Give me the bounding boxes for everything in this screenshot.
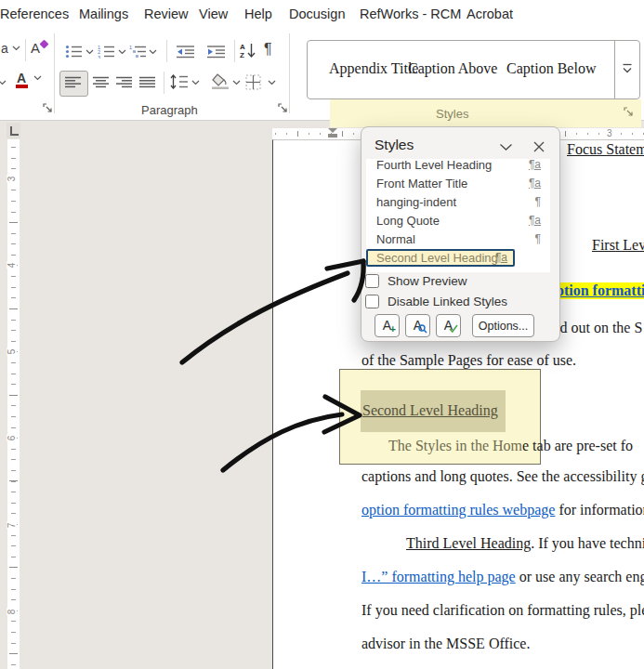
increase-indent-icon[interactable] (207, 45, 226, 59)
doc-line-third-level: Third Level Heading. If you have technic… (406, 535, 644, 552)
doc-highlighted-link-fragment[interactable]: ption formatting (556, 282, 644, 299)
style-appendix-title[interactable]: Appendix Title (329, 60, 418, 77)
doc-line-styles-home-tab: The Styles in the Home tab are pre-set f… (388, 438, 633, 454)
tab-docusign[interactable]: Docusign (289, 7, 345, 21)
word-window: References Mailings Review View Help Doc… (0, 0, 644, 669)
shading-icon[interactable] (211, 73, 230, 89)
style-item-hanging-indent[interactable]: hanging-indent¶ (366, 193, 550, 212)
bullet-list-icon[interactable] (65, 45, 83, 59)
chevron-down-icon[interactable] (118, 49, 126, 55)
change-case-icon: a (1, 41, 8, 56)
decrease-indent-icon[interactable] (177, 45, 195, 59)
sort-button[interactable]: AZ (240, 43, 256, 59)
styles-pane-close-button[interactable] (529, 138, 549, 155)
svg-text:1: 1 (129, 45, 132, 50)
chevron-down-icon[interactable] (268, 80, 276, 85)
chevron-down-icon[interactable] (149, 49, 157, 55)
styles-gallery: Appendix Title Caption Above Caption Bel… (307, 40, 640, 99)
indent-marker[interactable] (328, 128, 337, 133)
chevron-down-icon (33, 75, 42, 81)
hyperlink-formatting-help[interactable]: I…” formatting help page (361, 569, 516, 584)
styles-group-highlight: Styles (330, 99, 641, 127)
vruler-label: 3 (7, 176, 17, 183)
paragraph-group-label: Paragraph (141, 103, 198, 117)
doc-heading-first-level: First Level Heading (592, 237, 644, 254)
pilcrow-icon: ¶ (264, 41, 272, 58)
clear-formatting-icon: A (31, 40, 40, 56)
tab-review[interactable]: Review (144, 7, 189, 21)
style-item-second-level-heading-selected[interactable]: Second Level Heading¶a (366, 249, 550, 268)
style-item-long-quote[interactable]: Long Quote¶a (366, 212, 550, 230)
chevron-down-icon[interactable] (232, 80, 241, 85)
multilevel-list-icon[interactable]: 1 (129, 45, 147, 59)
styles-pane-title: Styles (375, 137, 414, 153)
numbered-list-icon[interactable]: 1 2 3 (98, 45, 115, 59)
style-item-fourth-level-heading[interactable]: Fourth Level Heading¶a (366, 159, 550, 175)
checkmark-icon (449, 324, 458, 333)
vruler-label: 4 (7, 262, 17, 269)
tab-references[interactable]: References (0, 7, 69, 21)
vertical-ruler[interactable]: 3 4 5 6 7 8 (7, 139, 20, 669)
show-preview-checkbox[interactable]: Show Preview (365, 274, 467, 288)
align-left-icon (65, 76, 82, 88)
hyperlink-option-formatting[interactable]: option formatting rules webpage (361, 502, 555, 518)
align-right-icon[interactable] (116, 76, 133, 88)
vruler-label: 7 (7, 522, 17, 530)
tab-acrobat[interactable]: Acrobat (467, 7, 513, 21)
style-inspector-button[interactable]: A (405, 314, 430, 337)
chevron-down-icon[interactable] (85, 49, 94, 55)
chevron-down-icon[interactable] (0, 80, 7, 85)
close-icon (533, 141, 545, 152)
doc-line-advisor: advisor in the MSSE Office. (361, 636, 530, 652)
align-center-icon[interactable] (93, 76, 110, 88)
font-color-button[interactable]: A (17, 71, 42, 85)
manage-styles-button[interactable]: A (436, 314, 461, 337)
chevron-down-icon (12, 46, 20, 51)
vruler-label: 6 (7, 435, 17, 442)
font-dialog-launcher-icon[interactable] (43, 103, 53, 113)
doc-heading-focus: Focus Statement (567, 141, 644, 158)
new-style-button[interactable]: A + (375, 314, 400, 337)
options-button[interactable]: Options... (472, 314, 534, 337)
magnifier-icon (418, 324, 427, 334)
font-color-icon: A (17, 71, 26, 85)
style-item-front-matter-title[interactable]: Front Matter Title¶a (366, 175, 550, 193)
styles-dialog-launcher-icon[interactable] (624, 107, 634, 117)
doc-line-help-link: I…” formatting help page or use any sear… (361, 569, 644, 585)
doc-line-sample-pages: of the Sample Pages for ease of use. (361, 352, 576, 369)
line-spacing-icon[interactable] (170, 74, 189, 89)
paragraph-dialog-launcher-icon[interactable] (278, 103, 288, 113)
ribbon-tab-bar: References Mailings Review View Help Doc… (0, 0, 644, 28)
sort-icon: AZ (240, 43, 245, 59)
tab-help[interactable]: Help (244, 7, 272, 21)
styles-pane: Styles Fourth Level Heading¶a Front Matt… (361, 126, 560, 342)
borders-icon[interactable] (245, 74, 261, 90)
style-item-normal[interactable]: Normal¶ (366, 230, 550, 249)
styles-pane-menu-button[interactable] (495, 138, 516, 155)
styles-group-label: Styles (436, 107, 468, 121)
tab-view[interactable]: View (199, 7, 228, 21)
show-hide-pilcrow-button[interactable]: ¶ (264, 41, 272, 58)
disable-linked-styles-checkbox[interactable]: Disable Linked Styles (365, 295, 507, 308)
doc-line-captions: captions and long quotes. See the access… (361, 468, 644, 485)
vruler-label: 8 (7, 609, 17, 616)
doc-text-fragment: id out on the S (556, 320, 642, 336)
checkbox-icon (365, 295, 379, 308)
style-caption-above[interactable]: Caption Above (408, 60, 497, 77)
chevron-down-icon[interactable] (191, 80, 200, 85)
clear-formatting-button[interactable]: A (31, 40, 40, 56)
tab-mailings[interactable]: Mailings (79, 7, 128, 21)
svg-text:3: 3 (98, 55, 100, 59)
hruler-label: 3 (605, 128, 614, 138)
gallery-more-icon[interactable] (621, 63, 634, 75)
tab-stop-icon (10, 126, 19, 136)
styles-list: Fourth Level Heading¶a Front Matter Titl… (366, 159, 550, 272)
tab-refworks[interactable]: RefWorks - RCM (360, 7, 461, 21)
style-caption-below[interactable]: Caption Below (506, 60, 596, 77)
justify-icon[interactable] (139, 76, 156, 88)
doc-second-level-heading: Second Level Heading (362, 402, 498, 419)
change-case-button[interactable]: a (1, 41, 20, 56)
tab-selector[interactable] (7, 123, 20, 138)
ribbon: a A A (0, 28, 644, 121)
doc-line-option-link: option formatting rules webpage for info… (361, 502, 644, 518)
